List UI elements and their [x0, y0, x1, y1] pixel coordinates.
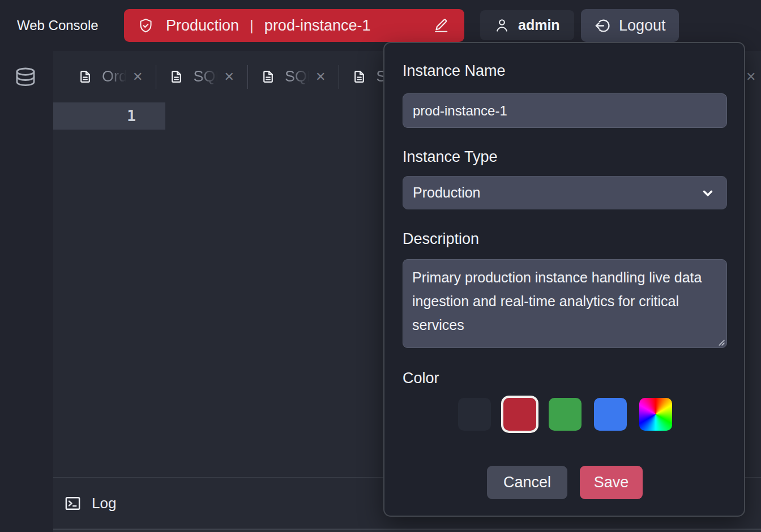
tab-2[interactable]: SQL ✕ — [169, 68, 234, 85]
color-field-label: Color — [403, 370, 439, 387]
tab-divider — [156, 65, 156, 89]
color-swatch-row — [403, 398, 727, 431]
instance-type-selected-value: Production — [413, 185, 481, 201]
tab-close-icon-overflow[interactable]: ✕ — [746, 70, 756, 84]
description-field-label: Description — [403, 230, 479, 248]
instance-type-select[interactable]: Production — [403, 176, 727, 209]
description-textarea-wrap: Primary production instance handling liv… — [403, 259, 727, 348]
user-icon — [494, 18, 510, 33]
tab-label: Ord — [102, 68, 128, 85]
color-swatch-red[interactable] — [503, 398, 536, 431]
file-text-icon — [78, 70, 92, 84]
color-swatch-green[interactable] — [549, 398, 582, 431]
app-title: Web Console — [17, 0, 99, 51]
tab-close-icon[interactable]: ✕ — [132, 71, 143, 83]
username-label: admin — [518, 17, 560, 33]
file-text-icon — [261, 70, 275, 84]
instance-name-input[interactable] — [403, 93, 727, 128]
file-text-icon — [169, 70, 183, 84]
shield-check-icon — [138, 18, 154, 34]
save-button[interactable]: Save — [580, 466, 643, 499]
editor-active-line-gutter[interactable]: 1 — [53, 102, 165, 130]
line-number: 1 — [53, 102, 165, 130]
environment-label: Production — [166, 17, 239, 35]
logout-label: Logout — [619, 17, 666, 35]
user-chip: admin — [480, 10, 574, 40]
cancel-button[interactable]: Cancel — [487, 466, 567, 499]
logout-button[interactable]: Logout — [581, 9, 679, 42]
instance-name-field-label: Instance Name — [403, 62, 506, 80]
logout-icon — [594, 18, 610, 34]
instance-name-label: prod-instance-1 — [264, 17, 371, 35]
file-text-icon — [352, 70, 366, 84]
tab-3[interactable]: SQL ✕ — [261, 68, 326, 85]
edit-instance-icon[interactable] — [433, 18, 450, 34]
web-console-screen: Web Console Production | prod-instance-1 — [0, 0, 761, 532]
tab-divider — [339, 65, 339, 89]
bottom-strip — [53, 529, 761, 532]
tab-close-icon[interactable]: ✕ — [224, 71, 234, 83]
database-icon[interactable] — [14, 67, 37, 92]
tab-1[interactable]: Ord ✕ — [78, 68, 143, 85]
tab-label: SQL — [285, 68, 311, 85]
log-label: Log — [92, 495, 116, 512]
chevron-down-icon — [700, 186, 715, 200]
instance-type-field-label: Instance Type — [403, 148, 498, 166]
color-swatch-blue[interactable] — [594, 398, 627, 431]
tab-label: SQL — [193, 68, 219, 85]
color-swatch-default[interactable] — [458, 398, 491, 431]
tab-divider — [247, 65, 248, 89]
description-textarea[interactable]: Primary production instance handling liv… — [403, 259, 727, 348]
instance-badge[interactable]: Production | prod-instance-1 — [124, 9, 464, 42]
badge-separator: | — [250, 17, 254, 35]
instance-settings-modal: Instance Name Instance Type Production D… — [383, 42, 745, 517]
left-sidebar — [0, 51, 53, 532]
color-swatch-rainbow[interactable] — [639, 398, 672, 431]
modal-button-row: Cancel Save — [403, 466, 727, 499]
tab-close-icon[interactable]: ✕ — [315, 71, 326, 83]
terminal-icon — [64, 495, 82, 512]
